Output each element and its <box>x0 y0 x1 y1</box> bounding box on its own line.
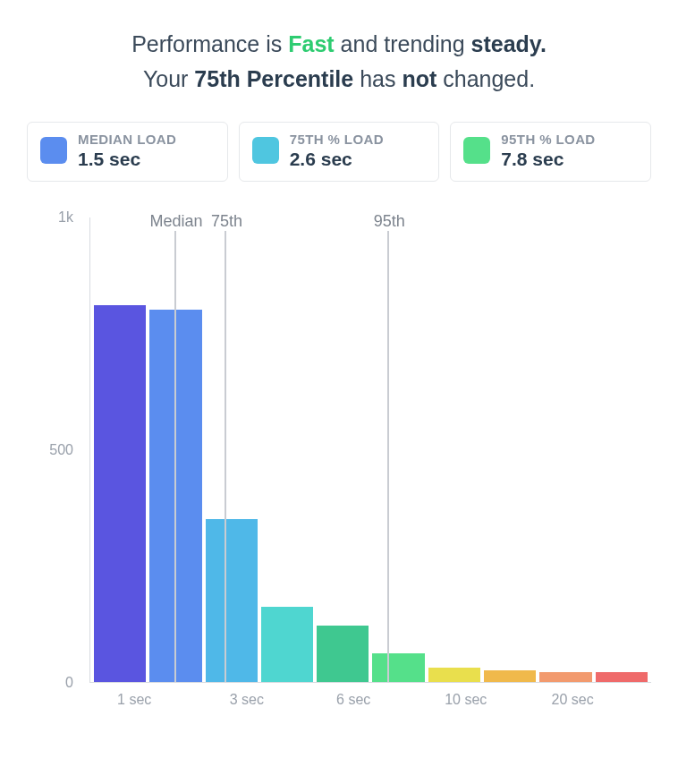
headline-text: changed. <box>436 66 535 91</box>
histogram-bar[interactable] <box>206 519 258 682</box>
x-axis: 1 sec3 sec6 sec10 sec20 sec <box>89 686 651 719</box>
fast-tag: Fast <box>288 31 334 56</box>
y-axis: 1k5000 <box>27 217 81 683</box>
plot-area: Median75th95th <box>89 217 651 683</box>
histogram-bar[interactable] <box>317 626 369 681</box>
histogram-bar[interactable] <box>596 672 648 681</box>
stat-label: 95TH % LOAD <box>501 132 595 147</box>
x-tick-label: 10 sec <box>445 692 487 708</box>
x-tick-label: 6 sec <box>336 692 370 708</box>
performance-headline: Performance is Fast and trending steady.… <box>27 27 651 97</box>
y-tick-label: 500 <box>49 442 73 458</box>
headline-text: and trending <box>335 31 471 56</box>
stat-value: 7.8 sec <box>501 149 595 170</box>
x-tick-label: 1 sec <box>117 692 151 708</box>
histogram-bar[interactable] <box>372 653 424 681</box>
histogram-bar[interactable] <box>539 672 591 681</box>
histogram-chart: 1k5000 Median75th95th 1 sec3 sec6 sec10 … <box>27 217 651 719</box>
y-tick-label: 1k <box>58 209 73 226</box>
stat-label: 75TH % LOAD <box>290 132 384 147</box>
histogram-bar[interactable] <box>428 668 480 682</box>
stat-value: 2.6 sec <box>290 149 384 170</box>
stat-value: 1.5 sec <box>78 149 176 170</box>
percentile-tag: 75th Percentile <box>194 66 353 91</box>
swatch-icon <box>40 137 67 164</box>
bars <box>90 217 651 682</box>
headline-text: Performance is <box>131 31 288 56</box>
x-tick-label: 20 sec <box>552 692 594 708</box>
stat-card-75th[interactable]: 75TH % LOAD 2.6 sec <box>239 122 440 182</box>
headline-text: Your <box>143 66 194 91</box>
stat-card-95th[interactable]: 95TH % LOAD 7.8 sec <box>450 122 651 182</box>
histogram-bar[interactable] <box>149 310 201 681</box>
stat-cards: MEDIAN LOAD 1.5 sec 75TH % LOAD 2.6 sec … <box>27 122 651 182</box>
headline-text: has <box>353 66 402 91</box>
stat-card-median[interactable]: MEDIAN LOAD 1.5 sec <box>27 122 228 182</box>
y-tick-label: 0 <box>65 675 73 691</box>
stat-label: MEDIAN LOAD <box>78 132 176 147</box>
histogram-bar[interactable] <box>261 607 313 681</box>
swatch-icon <box>252 137 279 164</box>
histogram-bar[interactable] <box>94 305 146 681</box>
x-tick-label: 3 sec <box>230 692 264 708</box>
change-tag: not <box>402 66 436 91</box>
swatch-icon <box>463 137 490 164</box>
trend-tag: steady. <box>471 31 547 56</box>
histogram-bar[interactable] <box>484 670 536 682</box>
